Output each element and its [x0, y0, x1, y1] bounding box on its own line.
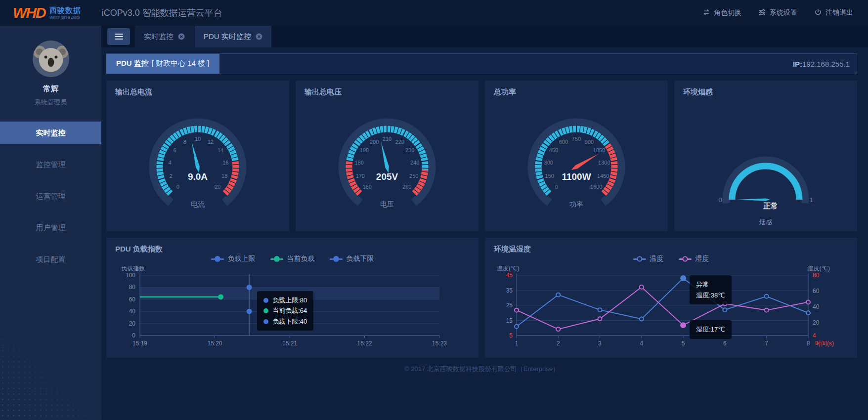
tab-label: 实时监控	[144, 32, 174, 42]
page-title-main: PDU 监控	[116, 59, 149, 68]
svg-text:0: 0	[555, 184, 558, 190]
chart-tooltip: 湿度:17℃	[690, 320, 732, 338]
tab-close-icon[interactable]	[256, 33, 262, 40]
gauge-card-smoke: 环境烟感 01正常烟感	[674, 81, 857, 231]
ip-label: IP:	[793, 60, 802, 68]
logout-button[interactable]: 注销退出	[814, 8, 853, 18]
ip-value: 192.168.255.1	[802, 60, 850, 68]
svg-text:湿度(℃): 湿度(℃)	[807, 266, 830, 272]
svg-text:20: 20	[813, 319, 820, 326]
svg-text:4: 4	[169, 160, 172, 166]
sidebar-menu: 实时监控 监控管理 运营管理 用户管理 项目配置	[0, 122, 101, 271]
svg-text:6: 6	[723, 340, 727, 347]
sidebar-item-monitor-mgmt[interactable]: 监控管理	[0, 153, 101, 176]
card-title: 环境烟感	[683, 87, 848, 97]
legend-item-负载上限[interactable]: 负载上限	[211, 254, 256, 263]
sidebar-item-project-config[interactable]: 项目配置	[0, 248, 101, 271]
load-chart-legend: 负载上限当前负载负载下限	[106, 254, 478, 263]
legend-item-温度[interactable]: 温度	[633, 254, 664, 263]
load-chart-card: PDU 负载指数 负载上限当前负载负载下限 020406080100负载指数15…	[106, 238, 478, 358]
svg-text:0: 0	[176, 184, 179, 190]
svg-text:1: 1	[515, 340, 519, 347]
svg-text:170: 170	[356, 173, 365, 179]
svg-text:电压: 电压	[380, 200, 394, 208]
page-title: PDU 监控 [ 财政中心 14 楼 ]	[106, 54, 219, 74]
load-chart: 020406080100负载指数15:1915:2015:2115:2215:2…	[113, 266, 477, 356]
svg-text:15:21: 15:21	[282, 340, 297, 347]
svg-text:150: 150	[545, 173, 554, 179]
gauge-svg: 015030045060075090010501300145016001100W…	[512, 110, 641, 224]
svg-text:6: 6	[174, 147, 176, 153]
gauge-card-power: 总功率 015030045060075090010501300145016001…	[485, 81, 668, 231]
card-title: 输出总电压	[304, 87, 470, 97]
app-title: iCOPv3.0 智能数据运营云平台	[102, 7, 222, 19]
voltage-gauge: 160170180190200210220230240250260205V电压	[304, 110, 470, 224]
svg-text:15:23: 15:23	[432, 340, 447, 347]
svg-text:260: 260	[402, 184, 411, 190]
svg-text:负载指数: 负载指数	[121, 266, 145, 272]
svg-text:190: 190	[360, 147, 369, 153]
svg-text:240: 240	[410, 160, 419, 166]
svg-text:80: 80	[813, 272, 820, 279]
sidebar-item-operation-mgmt[interactable]: 运营管理	[0, 185, 101, 208]
user-name: 常辉	[0, 84, 101, 94]
legend-item-当前负载[interactable]: 当前负载	[270, 254, 315, 263]
svg-text:15:20: 15:20	[207, 340, 222, 347]
svg-text:60: 60	[129, 296, 136, 303]
svg-text:60: 60	[813, 288, 820, 294]
footer-copyright: © 2017 北京西骏数据科技股份有限公司（Enterprise）	[106, 358, 857, 378]
sidebar-item-realtime-monitor[interactable]: 实时监控	[0, 122, 101, 144]
svg-text:750: 750	[572, 136, 581, 142]
svg-text:14: 14	[217, 147, 223, 153]
tab-pdu-realtime-monitor[interactable]: PDU 实时监控	[195, 26, 271, 47]
tab-close-icon[interactable]	[178, 33, 185, 40]
svg-text:5: 5	[509, 332, 513, 339]
app-root: WHD 西骏数据 WestHorse Data iCOPv3.0 智能数据运营云…	[0, 0, 868, 420]
svg-text:600: 600	[559, 139, 568, 145]
svg-text:8: 8	[183, 139, 186, 145]
role-switch-label: 角色切换	[714, 8, 741, 17]
svg-text:18: 18	[221, 173, 227, 179]
svg-text:12: 12	[208, 139, 214, 145]
system-settings-button[interactable]: 系统设置	[758, 8, 797, 18]
svg-text:230: 230	[405, 147, 414, 153]
svg-text:5: 5	[682, 340, 685, 347]
svg-text:10: 10	[195, 136, 201, 142]
role-switch-button[interactable]: 角色切换	[702, 8, 741, 18]
svg-text:250: 250	[409, 173, 418, 179]
svg-text:20: 20	[129, 320, 136, 327]
card-title: 输出总电流	[115, 87, 280, 97]
gauge-svg: 024681012141618209.0A电流	[133, 110, 262, 224]
svg-text:1100W: 1100W	[562, 171, 591, 182]
svg-text:16: 16	[222, 160, 228, 166]
gauge-svg: 160170180190200210220230240250260205V电压	[323, 110, 451, 224]
user-role: 系统管理员	[0, 98, 101, 107]
legend-item-湿度[interactable]: 湿度	[679, 254, 709, 263]
avatar[interactable]	[33, 41, 69, 77]
svg-text:温度(℃): 温度(℃)	[497, 266, 519, 272]
svg-text:0: 0	[132, 332, 135, 339]
legend-item-负载下限[interactable]: 负载下限	[330, 254, 374, 263]
menu-toggle-button[interactable]	[107, 28, 130, 45]
svg-text:25: 25	[506, 302, 513, 309]
svg-text:160: 160	[363, 184, 372, 190]
svg-text:时间(s): 时间(s)	[815, 340, 834, 347]
svg-text:15: 15	[506, 317, 513, 324]
sidebar-item-user-mgmt[interactable]: 用户管理	[0, 216, 101, 239]
svg-text:2: 2	[170, 173, 173, 179]
svg-text:20: 20	[215, 184, 220, 190]
svg-text:40: 40	[813, 303, 820, 310]
power-gauge: 015030045060075090010501300145016001100W…	[494, 110, 659, 224]
system-settings-label: 系统设置	[770, 8, 797, 17]
tab-realtime-monitor[interactable]: 实时监控	[135, 26, 194, 47]
card-title: PDU 负载指数	[115, 245, 470, 254]
svg-text:40: 40	[129, 308, 136, 315]
svg-text:4: 4	[640, 340, 644, 347]
svg-text:1450: 1450	[597, 173, 609, 179]
svg-text:2: 2	[557, 340, 560, 347]
svg-text:7: 7	[765, 340, 768, 347]
svg-text:1600: 1600	[590, 184, 602, 190]
card-title: 环境温湿度	[494, 245, 848, 254]
gauge-card-current: 输出总电流 024681012141618209.0A电流	[106, 81, 289, 231]
svg-text:35: 35	[506, 287, 513, 294]
